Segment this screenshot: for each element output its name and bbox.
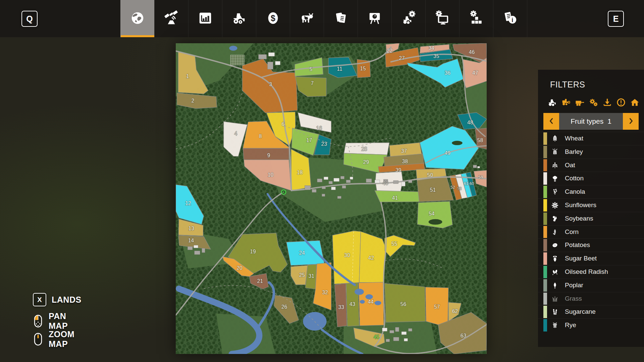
mouse-wheel-icon <box>33 332 43 346</box>
fruit-filter-sunflowers[interactable]: Sunflowers <box>538 198 644 212</box>
map-view[interactable]: 1234567891011121314151617181920212223242… <box>176 43 487 354</box>
filters-title: FILTERS <box>550 80 644 89</box>
selector-label: Fruit types 1 <box>559 113 623 130</box>
tab-production[interactable] <box>358 0 391 37</box>
field-label-41: 41 <box>392 195 398 201</box>
fruit-label: Grass <box>565 295 582 302</box>
unloading-filter-button[interactable] <box>602 98 612 107</box>
tab-help[interactable]: i <box>493 0 527 37</box>
oat-icon <box>551 161 559 170</box>
rye-icon <box>551 321 559 329</box>
fruit-label: Corn <box>565 228 579 236</box>
fruit-filter-cotton[interactable]: Cotton <box>538 172 644 185</box>
tab-vehicle-settings[interactable] <box>391 0 425 37</box>
tab-map[interactable] <box>120 0 154 37</box>
fruit-filter-oat[interactable]: Oat <box>538 159 644 172</box>
field-label-19: 19 <box>250 249 256 254</box>
fruit-filter-sugarcane[interactable]: Sugarcane <box>538 305 644 318</box>
fruit-label: Sunflowers <box>565 201 596 209</box>
sugarbeet-icon <box>551 254 559 263</box>
field-label-36: 36 <box>444 70 450 76</box>
mouse-left-button-icon <box>33 314 43 328</box>
field-label-50: 50 <box>427 172 433 178</box>
fruit-label: Canola <box>565 188 585 195</box>
corn-icon <box>551 228 559 236</box>
fruit-filter-canola[interactable]: Canola <box>538 185 644 198</box>
fruit-filter-soybeans[interactable]: Soybeans <box>538 212 644 225</box>
field-label-26: 26 <box>281 304 287 310</box>
tab-contracts[interactable] <box>324 0 358 37</box>
field-label-2: 2 <box>192 98 195 104</box>
tab-statistics[interactable] <box>188 0 222 37</box>
f-home-icon <box>630 103 640 108</box>
field-label-13: 13 <box>189 226 195 231</box>
fruit-filter-barley[interactable]: Barley <box>538 145 644 159</box>
field-label-49: 49 <box>444 150 450 156</box>
tab-animals[interactable] <box>290 0 324 37</box>
key-hint-x: X <box>33 293 46 306</box>
fruit-filter-sugar-beet[interactable]: Sugar Beet <box>538 252 644 265</box>
fruit-filter-wheat[interactable]: Wheat <box>538 132 644 145</box>
zoom-map-control: ZOOM MAP <box>33 329 74 349</box>
fruit-label: Wheat <box>565 135 583 142</box>
fruit-color-swatch <box>543 226 547 238</box>
field-label-24: 24 <box>299 250 305 256</box>
tab-finances[interactable]: $ <box>256 0 290 37</box>
fruit-label: Poplar <box>565 282 583 289</box>
field-label-6: 6 <box>281 121 284 127</box>
tab-display-settings[interactable] <box>425 0 459 37</box>
tab-gps[interactable] <box>154 0 188 37</box>
selector-page: 1 <box>607 117 611 125</box>
trailers-filter-button[interactable] <box>575 98 585 107</box>
doc-info-icon: i <box>502 10 518 27</box>
buildings-filter-button[interactable] <box>630 98 640 107</box>
production-filter-button[interactable] <box>589 98 598 107</box>
tab-vehicles[interactable] <box>222 0 256 37</box>
next-category-button[interactable] <box>623 113 639 130</box>
harvesters-filter-button[interactable] <box>561 98 571 107</box>
fruit-label: Soybeans <box>565 215 593 222</box>
fruit-color-swatch <box>543 172 547 185</box>
svg-text:$: $ <box>271 13 275 22</box>
pan-map-label: PAN MAP <box>49 311 68 331</box>
fruit-label: Oat <box>565 162 575 169</box>
fruit-filter-potatoes[interactable]: Potatoes <box>538 238 644 252</box>
fruit-label: Barley <box>565 148 583 156</box>
tab-game-settings[interactable] <box>459 0 493 37</box>
blocks-gear-icon <box>469 10 484 27</box>
fruit-color-swatch <box>543 266 547 278</box>
f-tractor-icon <box>547 103 557 108</box>
field-label-10: 10 <box>268 172 274 178</box>
field-label-3: 3 <box>269 81 272 87</box>
field-label-34: 34 <box>428 45 434 51</box>
fruit-filter-oilseed-radish[interactable]: Oilseed Radish <box>538 265 644 279</box>
potato-icon <box>551 241 559 249</box>
fruit-filter-corn[interactable]: Corn <box>538 225 644 239</box>
field-label-56: 56 <box>400 301 407 307</box>
fruit-color-swatch <box>543 132 547 145</box>
field-label-16: 16 <box>316 125 322 131</box>
cow-icon <box>299 10 315 27</box>
notifications-filter-button[interactable] <box>616 98 626 107</box>
stats-icon <box>198 10 213 27</box>
field-label-7: 7 <box>311 80 314 86</box>
fruit-color-swatch <box>543 293 547 305</box>
vehicles-filter-button[interactable] <box>547 98 557 107</box>
field-label-57: 57 <box>434 304 440 310</box>
canola-icon <box>551 188 559 196</box>
fruit-filter-rye[interactable]: Rye <box>538 318 644 332</box>
key-hint-e: E <box>608 11 624 27</box>
field-label-4: 4 <box>234 131 237 136</box>
fruit-filter-grass[interactable]: Grass <box>538 292 644 305</box>
field-label-46: 46 <box>469 49 475 55</box>
field-label-14: 14 <box>188 238 194 243</box>
field-label-23: 23 <box>321 141 327 147</box>
field-label-37: 37 <box>401 148 407 154</box>
poplar-icon <box>551 281 559 290</box>
field-label-38: 38 <box>402 159 408 164</box>
fruit-color-swatch <box>543 199 547 212</box>
prev-category-button[interactable] <box>543 113 559 130</box>
fruit-filter-poplar[interactable]: Poplar <box>538 279 644 292</box>
fruit-label: Rye <box>565 321 576 329</box>
fruit-label: Sugarcane <box>565 308 596 315</box>
